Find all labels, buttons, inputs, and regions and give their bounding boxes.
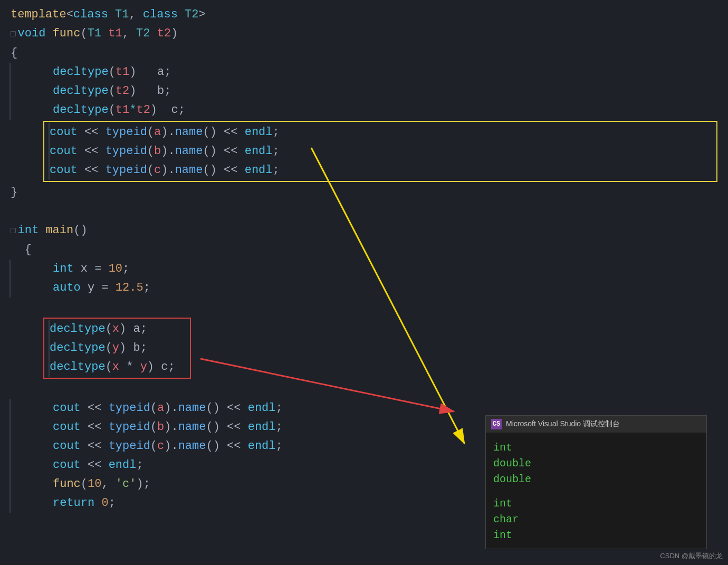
code-line-decl-t1t2: decltype(t1*t2) c;: [9, 101, 728, 120]
code-line-brace-close1: }: [0, 183, 728, 202]
num-10: 10: [109, 260, 122, 279]
code-line-func-sig: □void func(T1 t1, T2 t2): [0, 24, 728, 44]
type-T2: T2: [185, 5, 198, 24]
console-window: CS Microsoft Visual Studio 调试控制台 int dou…: [485, 415, 707, 549]
watermark: CSDN @戴墨镜的龙: [660, 551, 723, 561]
keyword-decltype2: decltype: [53, 82, 109, 101]
keyword-decltype1: decltype: [53, 63, 109, 82]
var-t2-b: t2: [116, 82, 129, 101]
type-T1: T1: [115, 5, 129, 24]
code-line-blank3: [0, 380, 728, 399]
keyword-int-main: int: [18, 221, 39, 240]
console-output-int: int: [493, 440, 699, 456]
param-t1: t1: [108, 24, 122, 43]
console-output-char: char: [493, 512, 699, 528]
code-line-auto-y: auto y = 12.5;: [9, 279, 728, 298]
console-output-double1: double: [493, 456, 699, 472]
code-line-decl-t2: decltype(t2) b;: [9, 82, 728, 101]
keyword-return: return: [53, 494, 94, 513]
code-line-decl-t1: decltype(t1) a;: [9, 63, 728, 82]
code-line-main-sig: □int main(): [0, 221, 728, 241]
console-body: int double double int char int: [486, 433, 706, 549]
console-output-double2: double: [493, 472, 699, 487]
code-line-blank1: [0, 202, 728, 221]
keyword-auto: auto: [53, 279, 81, 298]
console-titlebar: CS Microsoft Visual Studio 调试控制台: [486, 416, 706, 433]
yellow-highlight-box: cout << typeid(a).name() << endl; cout <…: [43, 121, 717, 182]
fold-icon-func: □: [11, 25, 16, 44]
code-line-decl-y: decltype(y) b;: [49, 339, 186, 358]
code-line-decl-xy: decltype(x * y) c;: [49, 358, 186, 377]
param-type-T2: T2: [136, 24, 150, 43]
main-func-name: main: [45, 221, 73, 240]
console-section2: int char int: [493, 496, 699, 543]
num-125: 12.5: [116, 279, 143, 298]
var-t1t2-c: t1: [116, 101, 129, 120]
keyword-class1: class: [73, 5, 108, 24]
console-section1: int double double: [493, 440, 699, 487]
func-name: func: [53, 24, 81, 43]
keyword-template: template: [11, 5, 66, 24]
code-editor: template<class T1, class T2> □void func(…: [0, 0, 728, 565]
var-t1-a: t1: [116, 63, 129, 82]
code-line-decl-x: decltype(x) a;: [49, 320, 186, 339]
console-title: Microsoft Visual Studio 调试控制台: [506, 419, 620, 429]
param-type-T1: T1: [88, 24, 101, 43]
fold-icon-main: □: [11, 222, 16, 241]
code-line-cout-a: cout << typeid(a).name() << endl;: [49, 123, 712, 142]
code-line-int-x: int x = 10;: [9, 260, 728, 279]
console-output-int2: int: [493, 496, 699, 512]
code-line-template: template<class T1, class T2>: [0, 5, 728, 24]
code-line-brace2: {: [0, 241, 728, 260]
code-line-blank2: [0, 298, 728, 317]
code-line-cout-b: cout << typeid(b).name() << endl;: [49, 142, 712, 161]
console-output-int3: int: [493, 528, 699, 543]
keyword-void: void: [18, 24, 46, 43]
param-t2: t2: [157, 24, 171, 43]
code-line-brace1: {: [0, 44, 728, 63]
keyword-class2: class: [143, 5, 178, 24]
code-line-cout-c: cout << typeid(c).name() << endl;: [49, 161, 712, 180]
console-icon: CS: [491, 419, 502, 429]
keyword-decltype3: decltype: [53, 101, 109, 120]
red-highlight-box: decltype(x) a; decltype(y) b; decltype(x…: [43, 318, 191, 379]
keyword-int-x: int: [53, 260, 74, 279]
